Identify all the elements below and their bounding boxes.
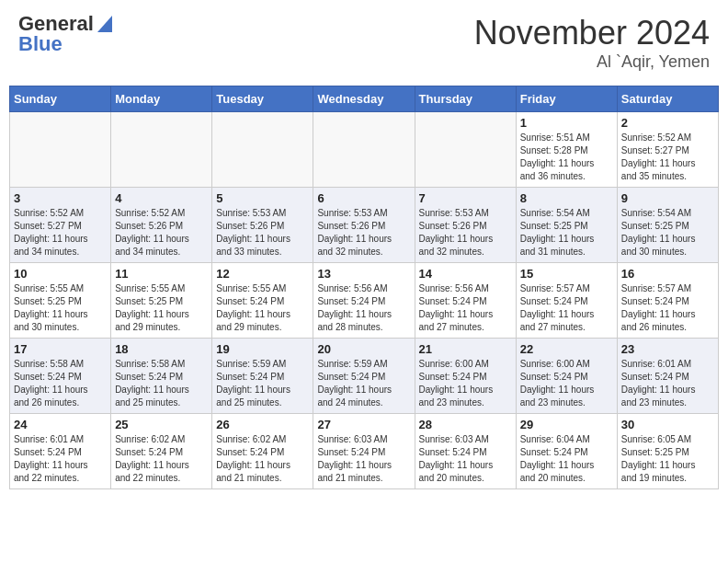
calendar-day-cell: 9Sunrise: 5:54 AMSunset: 5:25 PMDaylight… <box>617 188 718 263</box>
day-number: 22 <box>520 342 613 356</box>
calendar-day-cell: 29Sunrise: 6:04 AMSunset: 5:24 PMDayligh… <box>516 414 617 489</box>
calendar-day-cell <box>111 112 212 188</box>
day-info: Sunrise: 5:53 AMSunset: 5:26 PMDaylight:… <box>419 207 512 259</box>
calendar-day-cell: 11Sunrise: 5:55 AMSunset: 5:25 PMDayligh… <box>111 263 212 339</box>
day-info: Sunrise: 6:03 AMSunset: 5:24 PMDaylight:… <box>317 433 410 485</box>
calendar-week-row: 1Sunrise: 5:51 AMSunset: 5:28 PMDaylight… <box>10 112 719 188</box>
calendar-day-cell <box>212 112 313 188</box>
day-number: 13 <box>317 267 410 281</box>
svg-marker-0 <box>97 16 112 32</box>
day-number: 1 <box>520 116 613 130</box>
day-info: Sunrise: 6:05 AMSunset: 5:25 PMDaylight:… <box>621 433 714 485</box>
calendar-day-cell: 3Sunrise: 5:52 AMSunset: 5:27 PMDaylight… <box>10 188 111 263</box>
day-info: Sunrise: 6:01 AMSunset: 5:24 PMDaylight:… <box>14 433 107 485</box>
weekday-header-friday: Friday <box>516 86 617 112</box>
day-info: Sunrise: 5:53 AMSunset: 5:26 PMDaylight:… <box>317 207 410 259</box>
calendar-day-cell: 22Sunrise: 6:00 AMSunset: 5:24 PMDayligh… <box>516 339 617 414</box>
calendar-day-cell: 28Sunrise: 6:03 AMSunset: 5:24 PMDayligh… <box>415 414 516 489</box>
day-info: Sunrise: 6:02 AMSunset: 5:24 PMDaylight:… <box>216 433 309 485</box>
day-info: Sunrise: 6:01 AMSunset: 5:24 PMDaylight:… <box>621 358 714 409</box>
calendar-week-row: 10Sunrise: 5:55 AMSunset: 5:25 PMDayligh… <box>10 263 719 339</box>
day-number: 11 <box>115 267 208 281</box>
calendar-day-cell: 17Sunrise: 5:58 AMSunset: 5:24 PMDayligh… <box>10 339 111 414</box>
day-info: Sunrise: 5:53 AMSunset: 5:26 PMDaylight:… <box>216 207 309 259</box>
day-info: Sunrise: 5:58 AMSunset: 5:24 PMDaylight:… <box>115 358 208 409</box>
calendar-day-cell: 2Sunrise: 5:52 AMSunset: 5:27 PMDaylight… <box>617 112 718 188</box>
day-info: Sunrise: 5:54 AMSunset: 5:25 PMDaylight:… <box>621 207 714 259</box>
day-info: Sunrise: 5:51 AMSunset: 5:28 PMDaylight:… <box>520 132 613 183</box>
day-number: 20 <box>317 342 410 356</box>
day-number: 15 <box>520 267 613 281</box>
day-info: Sunrise: 6:04 AMSunset: 5:24 PMDaylight:… <box>520 433 613 485</box>
day-number: 23 <box>621 342 714 356</box>
calendar-day-cell: 19Sunrise: 5:59 AMSunset: 5:24 PMDayligh… <box>212 339 313 414</box>
logo-general-text: General <box>18 14 94 34</box>
day-info: Sunrise: 5:55 AMSunset: 5:25 PMDaylight:… <box>14 282 107 334</box>
logo: General Blue <box>18 14 112 54</box>
calendar-day-cell: 7Sunrise: 5:53 AMSunset: 5:26 PMDaylight… <box>415 188 516 263</box>
calendar-day-cell: 12Sunrise: 5:55 AMSunset: 5:24 PMDayligh… <box>212 263 313 339</box>
day-info: Sunrise: 5:59 AMSunset: 5:24 PMDaylight:… <box>216 358 309 409</box>
calendar-day-cell: 5Sunrise: 5:53 AMSunset: 5:26 PMDaylight… <box>212 188 313 263</box>
calendar-day-cell: 27Sunrise: 6:03 AMSunset: 5:24 PMDayligh… <box>313 414 415 489</box>
logo-blue-text: Blue <box>18 34 63 54</box>
day-info: Sunrise: 5:56 AMSunset: 5:24 PMDaylight:… <box>317 282 410 334</box>
month-title: November 2024 <box>474 14 710 52</box>
day-number: 4 <box>115 191 208 205</box>
calendar-day-cell: 1Sunrise: 5:51 AMSunset: 5:28 PMDaylight… <box>516 112 617 188</box>
calendar-day-cell <box>415 112 516 188</box>
day-number: 9 <box>621 191 714 205</box>
page-header: General Blue November 2024 Al `Aqir, Yem… <box>9 9 719 76</box>
calendar-day-cell: 20Sunrise: 5:59 AMSunset: 5:24 PMDayligh… <box>313 339 415 414</box>
day-info: Sunrise: 5:52 AMSunset: 5:27 PMDaylight:… <box>621 132 714 183</box>
calendar-day-cell <box>313 112 415 188</box>
calendar-day-cell: 21Sunrise: 6:00 AMSunset: 5:24 PMDayligh… <box>415 339 516 414</box>
day-number: 25 <box>115 418 208 431</box>
day-number: 8 <box>520 191 613 205</box>
day-info: Sunrise: 6:02 AMSunset: 5:24 PMDaylight:… <box>115 433 208 485</box>
logo-triangle-icon <box>97 16 112 32</box>
calendar-day-cell: 30Sunrise: 6:05 AMSunset: 5:25 PMDayligh… <box>617 414 718 489</box>
day-info: Sunrise: 5:55 AMSunset: 5:24 PMDaylight:… <box>216 282 309 334</box>
calendar-day-cell: 6Sunrise: 5:53 AMSunset: 5:26 PMDaylight… <box>313 188 415 263</box>
day-number: 6 <box>317 191 410 205</box>
day-number: 21 <box>419 342 512 356</box>
day-number: 29 <box>520 418 613 431</box>
calendar-day-cell: 18Sunrise: 5:58 AMSunset: 5:24 PMDayligh… <box>111 339 212 414</box>
calendar-day-cell: 10Sunrise: 5:55 AMSunset: 5:25 PMDayligh… <box>10 263 111 339</box>
calendar-day-cell: 8Sunrise: 5:54 AMSunset: 5:25 PMDaylight… <box>516 188 617 263</box>
day-number: 3 <box>14 191 107 205</box>
day-info: Sunrise: 5:55 AMSunset: 5:25 PMDaylight:… <box>115 282 208 334</box>
day-info: Sunrise: 5:58 AMSunset: 5:24 PMDaylight:… <box>14 358 107 409</box>
title-block: November 2024 Al `Aqir, Yemen <box>474 14 710 72</box>
day-info: Sunrise: 5:52 AMSunset: 5:26 PMDaylight:… <box>115 207 208 259</box>
day-info: Sunrise: 5:56 AMSunset: 5:24 PMDaylight:… <box>419 282 512 334</box>
calendar-day-cell: 16Sunrise: 5:57 AMSunset: 5:24 PMDayligh… <box>617 263 718 339</box>
day-number: 28 <box>419 418 512 431</box>
calendar-day-cell: 4Sunrise: 5:52 AMSunset: 5:26 PMDaylight… <box>111 188 212 263</box>
day-info: Sunrise: 5:52 AMSunset: 5:27 PMDaylight:… <box>14 207 107 259</box>
weekday-header-saturday: Saturday <box>617 86 718 112</box>
day-number: 14 <box>419 267 512 281</box>
day-number: 2 <box>621 116 714 130</box>
day-info: Sunrise: 5:54 AMSunset: 5:25 PMDaylight:… <box>520 207 613 259</box>
weekday-header-sunday: Sunday <box>10 86 111 112</box>
location-subtitle: Al `Aqir, Yemen <box>474 52 710 72</box>
calendar-day-cell <box>10 112 111 188</box>
day-number: 26 <box>216 418 309 431</box>
day-number: 16 <box>621 267 714 281</box>
day-number: 7 <box>419 191 512 205</box>
calendar-day-cell: 15Sunrise: 5:57 AMSunset: 5:24 PMDayligh… <box>516 263 617 339</box>
day-number: 27 <box>317 418 410 431</box>
calendar-day-cell: 23Sunrise: 6:01 AMSunset: 5:24 PMDayligh… <box>617 339 718 414</box>
calendar-day-cell: 25Sunrise: 6:02 AMSunset: 5:24 PMDayligh… <box>111 414 212 489</box>
day-number: 12 <box>216 267 309 281</box>
weekday-header-wednesday: Wednesday <box>313 86 415 112</box>
day-info: Sunrise: 5:57 AMSunset: 5:24 PMDaylight:… <box>621 282 714 334</box>
day-info: Sunrise: 6:00 AMSunset: 5:24 PMDaylight:… <box>419 358 512 409</box>
calendar-day-cell: 14Sunrise: 5:56 AMSunset: 5:24 PMDayligh… <box>415 263 516 339</box>
day-number: 17 <box>14 342 107 356</box>
day-number: 24 <box>14 418 107 431</box>
calendar-week-row: 17Sunrise: 5:58 AMSunset: 5:24 PMDayligh… <box>10 339 719 414</box>
calendar-day-cell: 13Sunrise: 5:56 AMSunset: 5:24 PMDayligh… <box>313 263 415 339</box>
